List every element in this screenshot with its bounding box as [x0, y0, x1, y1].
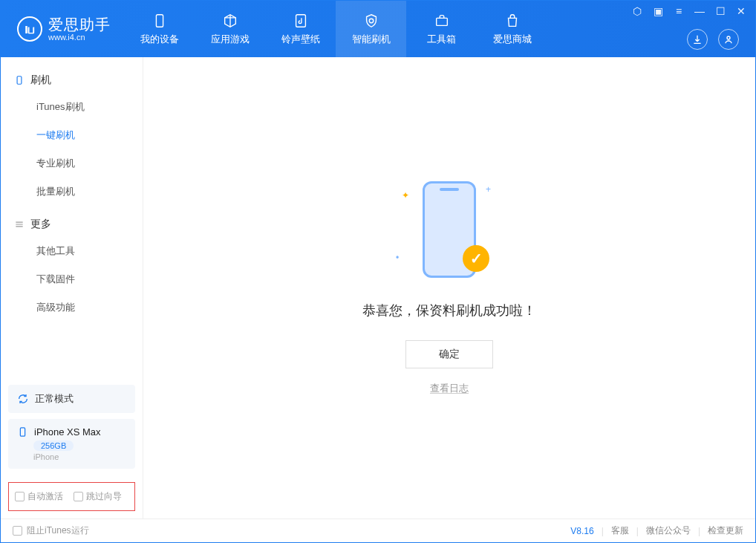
app-name: 爱思助手 — [48, 16, 111, 33]
maximize-button[interactable]: ☐ — [714, 5, 727, 17]
sparkle-icon: ✦ — [402, 190, 409, 201]
footer-option-label: 阻止iTunes运行 — [27, 524, 89, 537]
sidebar: 刷机 iTunes刷机 一键刷机 专业刷机 批量刷机 更多 其他工具 下载固件 … — [1, 57, 143, 518]
header-actions — [687, 29, 739, 50]
tab-label: 我的设备 — [140, 33, 179, 46]
link-wechat[interactable]: 微信公众号 — [646, 524, 691, 537]
link-check-update[interactable]: 检查更新 — [708, 524, 743, 537]
app-domain: www.i4.cn — [48, 33, 111, 42]
checkbox-icon — [13, 526, 22, 536]
svg-rect-4 — [17, 77, 22, 85]
sparkle-icon: + — [486, 184, 491, 195]
body: 刷机 iTunes刷机 一键刷机 专业刷机 批量刷机 更多 其他工具 下载固件 … — [1, 57, 755, 518]
header: ⬡ ▣ ≡ ― ☐ ✕ ıப 爱思助手 www.i4.cn 我的设备 应用游戏 — [1, 1, 755, 57]
svg-rect-2 — [436, 18, 447, 25]
device-info-card[interactable]: iPhone XS Max 256GB iPhone — [8, 419, 135, 469]
cube-icon — [221, 12, 239, 30]
success-message: 恭喜您，保资料刷机成功啦！ — [362, 302, 536, 319]
tab-store[interactable]: 爱思商城 — [477, 1, 547, 57]
briefcase-icon — [433, 12, 451, 30]
phone-icon — [17, 426, 28, 438]
menu-icon[interactable]: ≡ — [672, 5, 685, 17]
tab-my-device[interactable]: 我的设备 — [124, 1, 195, 57]
tab-smart-flash[interactable]: 智能刷机 — [336, 1, 406, 57]
device-name: iPhone XS Max — [34, 426, 101, 438]
device-mode-label: 正常模式 — [35, 392, 74, 406]
svg-rect-0 — [156, 15, 163, 27]
music-doc-icon — [292, 12, 310, 30]
sidebar-item-advanced[interactable]: 高级功能 — [1, 293, 143, 322]
option-label: 自动激活 — [27, 490, 63, 503]
user-button[interactable] — [718, 29, 739, 50]
tab-label: 智能刷机 — [352, 33, 391, 46]
settings-icon[interactable]: ⬡ — [630, 5, 644, 17]
tab-label: 爱思商城 — [493, 33, 532, 46]
logo-icon: ıப — [17, 16, 42, 42]
separator: | — [636, 526, 639, 536]
minimize-button[interactable]: ― — [693, 5, 706, 17]
separator: | — [602, 526, 604, 536]
group-label: 更多 — [30, 218, 51, 231]
footer-right: V8.16 | 客服 | 微信公众号 | 检查更新 — [570, 524, 743, 537]
option-label: 跳过向导 — [86, 490, 122, 503]
sidebar-item-download-firmware[interactable]: 下载固件 — [1, 265, 143, 293]
logo: ıப 爱思助手 www.i4.cn — [1, 16, 124, 42]
group-label: 刷机 — [30, 74, 51, 87]
checkbox-icon — [15, 492, 25, 501]
sparkle-icon: • — [396, 253, 399, 263]
window-controls: ⬡ ▣ ≡ ― ☐ ✕ — [630, 5, 748, 17]
ok-button[interactable]: 确定 — [405, 340, 493, 368]
device-icon — [151, 12, 169, 30]
tab-label: 工具箱 — [427, 33, 456, 46]
close-button[interactable]: ✕ — [734, 5, 748, 17]
sidebar-item-oneclick-flash[interactable]: 一键刷机 — [1, 121, 143, 149]
sidebar-item-other-tools[interactable]: 其他工具 — [1, 237, 143, 265]
flash-options-highlight: 自动激活 跳过向导 — [8, 482, 135, 511]
sidebar-group-more: 更多 — [1, 212, 143, 237]
link-support[interactable]: 客服 — [611, 524, 629, 537]
shield-refresh-icon — [362, 12, 380, 30]
tab-label: 铃声壁纸 — [281, 33, 320, 46]
svg-rect-1 — [296, 15, 305, 27]
svg-rect-5 — [20, 428, 25, 436]
tab-ringtone-wallpaper[interactable]: 铃声壁纸 — [265, 1, 336, 57]
phone-outline-icon — [14, 75, 25, 85]
check-badge-icon: ✓ — [463, 245, 489, 272]
separator: | — [698, 526, 700, 536]
app-window: ⬡ ▣ ≡ ― ☐ ✕ ıப 爱思助手 www.i4.cn 我的设备 应用游戏 — [0, 0, 756, 543]
checkbox-skip-guide[interactable]: 跳过向导 — [74, 490, 122, 503]
version-label: V8.16 — [570, 526, 593, 536]
device-type: iPhone — [33, 452, 126, 461]
pin-icon[interactable]: ▣ — [651, 5, 665, 17]
checkbox-icon — [74, 492, 83, 501]
download-button[interactable] — [687, 29, 708, 50]
tab-label: 应用游戏 — [211, 33, 250, 46]
tab-toolbox[interactable]: 工具箱 — [406, 1, 477, 57]
device-storage-badge: 256GB — [33, 440, 74, 451]
view-log-link[interactable]: 查看日志 — [430, 382, 469, 395]
sidebar-group-flash: 刷机 — [1, 68, 143, 93]
success-illustration: ✦ + • ✓ — [405, 181, 494, 285]
device-mode-card[interactable]: 正常模式 — [8, 385, 135, 413]
tab-apps-games[interactable]: 应用游戏 — [195, 1, 265, 57]
sidebar-item-batch-flash[interactable]: 批量刷机 — [1, 178, 143, 206]
checkbox-auto-activate[interactable]: 自动激活 — [15, 490, 63, 503]
bag-icon — [504, 12, 521, 30]
sidebar-item-pro-flash[interactable]: 专业刷机 — [1, 149, 143, 178]
main-content: ✦ + • ✓ 恭喜您，保资料刷机成功啦！ 确定 查看日志 — [143, 57, 755, 518]
sync-icon — [17, 393, 29, 405]
svg-point-3 — [727, 36, 730, 39]
footer: 阻止iTunes运行 V8.16 | 客服 | 微信公众号 | 检查更新 — [1, 518, 755, 542]
top-tabs: 我的设备 应用游戏 铃声壁纸 智能刷机 工具箱 爱思商城 — [124, 1, 547, 57]
menu-lines-icon — [14, 219, 25, 230]
checkbox-block-itunes[interactable]: 阻止iTunes运行 — [13, 524, 89, 537]
sidebar-item-itunes-flash[interactable]: iTunes刷机 — [1, 93, 143, 121]
sidebar-devices: 正常模式 iPhone XS Max 256GB iPhone — [1, 385, 143, 482]
